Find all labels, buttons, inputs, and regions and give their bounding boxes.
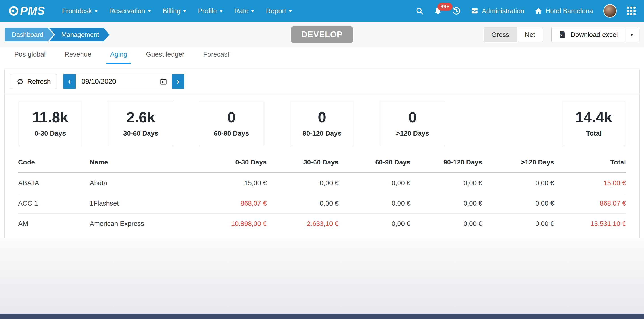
nav-menu-reservation[interactable]: Reservation xyxy=(104,0,157,22)
cell-amount: 0,00 € xyxy=(410,214,482,234)
chevron-down-icon xyxy=(148,10,151,14)
date-input[interactable] xyxy=(76,74,172,89)
report-tabs: Pos globalRevenueAgingGuest ledgerForeca… xyxy=(0,47,644,64)
navbar-right: 99+ Administration Hotel Barcelona xyxy=(416,4,636,18)
hotel-link[interactable]: Hotel Barcelona xyxy=(535,7,593,15)
cell-amount: 0,00 € xyxy=(482,214,554,234)
panel-toolbar: Refresh ‹ › xyxy=(5,69,639,94)
column-header: 30-60 Days xyxy=(266,156,338,172)
download-options-button[interactable] xyxy=(624,27,639,42)
next-day-button[interactable]: › xyxy=(172,74,184,89)
cell-code: ABATA xyxy=(18,172,90,193)
cell-name: 1Flashset xyxy=(90,193,195,214)
column-header: Name xyxy=(90,156,195,172)
summary-card: 2.6k30-60 Days xyxy=(109,102,173,145)
tab-aging[interactable]: Aging xyxy=(106,50,131,64)
cell-amount: 0,00 € xyxy=(266,193,338,214)
search-icon[interactable] xyxy=(416,7,424,15)
home-icon xyxy=(535,7,542,15)
cell-code: AM xyxy=(18,214,90,234)
apps-grid-icon[interactable] xyxy=(627,7,636,15)
cell-name: Abata xyxy=(90,172,195,193)
nav-menu-frontdesk[interactable]: Frontdesk xyxy=(56,0,103,22)
cell-amount: 15,00 € xyxy=(195,172,266,193)
opms-logo-text: PMS xyxy=(20,4,45,17)
card-label: >120 Days xyxy=(396,130,429,137)
cell-amount: 0,00 € xyxy=(266,172,338,193)
cell-amount: 0,00 € xyxy=(410,193,482,214)
chevron-down-icon xyxy=(630,34,634,37)
chevron-down-icon xyxy=(289,10,292,14)
tab-guest-ledger[interactable]: Guest ledger xyxy=(142,50,188,64)
opms-logo[interactable]: PMS xyxy=(8,4,45,17)
column-header: Total xyxy=(554,156,626,172)
column-header: Code xyxy=(18,156,90,172)
summary-card: 11.8k0-30 Days xyxy=(18,102,82,145)
cell-amount: 0,00 € xyxy=(338,172,410,193)
nav-menu-profile[interactable]: Profile xyxy=(192,0,228,22)
nav-menu-label: Reservation xyxy=(109,7,145,15)
card-value: 0 xyxy=(408,110,417,125)
cell-amount: 0,00 € xyxy=(338,193,410,214)
nav-menu-rate[interactable]: Rate xyxy=(228,0,260,22)
tab-revenue[interactable]: Revenue xyxy=(61,50,95,64)
aging-table: CodeName0-30 Days30-60 Days60-90 Days90-… xyxy=(18,156,626,234)
chevron-down-icon xyxy=(251,10,254,14)
download-excel-group: x Download excel xyxy=(552,27,639,42)
hotel-label: Hotel Barcelona xyxy=(546,7,593,15)
date-picker-group: ‹ › xyxy=(63,74,184,89)
refresh-button[interactable]: Refresh xyxy=(10,74,57,89)
breadcrumb-dashboard[interactable]: Dashboard xyxy=(5,28,54,41)
refresh-label: Refresh xyxy=(27,78,51,85)
tab-forecast[interactable]: Forecast xyxy=(200,50,233,64)
net-button[interactable]: Net xyxy=(517,27,543,42)
top-navbar: PMS FrontdeskReservationBillingProfileRa… xyxy=(0,0,644,22)
gross-button[interactable]: Gross xyxy=(484,27,517,42)
card-label: Total xyxy=(586,130,602,137)
cell-amount: 13.531,10 € xyxy=(554,214,626,234)
breadcrumb-bar: Dashboard Management DEVELOP Gross Net x… xyxy=(0,22,644,47)
cell-amount: 0,00 € xyxy=(482,193,554,214)
environment-badge: DEVELOP xyxy=(291,26,353,43)
navbar-menus: FrontdeskReservationBillingProfileRateRe… xyxy=(56,0,298,22)
cell-code: ACC 1 xyxy=(18,193,90,214)
chevron-down-icon xyxy=(183,10,186,14)
chevron-down-icon xyxy=(220,10,223,14)
download-excel-label: Download excel xyxy=(570,31,618,38)
nav-menu-report[interactable]: Report xyxy=(260,0,298,22)
card-value: 11.8k xyxy=(32,110,68,125)
cell-amount: 15,00 € xyxy=(554,172,626,193)
calendar-icon[interactable] xyxy=(160,78,167,85)
summary-cards: 11.8k0-30 Days2.6k30-60 Days060-90 Days0… xyxy=(18,102,626,145)
card-value: 2.6k xyxy=(126,110,155,125)
administration-icon xyxy=(471,7,478,15)
breadcrumb-management[interactable]: Management xyxy=(49,28,109,41)
notifications-bell-icon[interactable]: 99+ xyxy=(434,7,442,15)
column-header: >120 Days xyxy=(482,156,554,172)
nav-menu-label: Report xyxy=(266,7,286,15)
nav-menu-label: Frontdesk xyxy=(62,7,92,15)
cell-amount: 2.633,10 € xyxy=(266,214,338,234)
card-label: 30-60 Days xyxy=(123,130,158,137)
summary-card: 060-90 Days xyxy=(199,102,264,145)
cell-amount: 10.898,00 € xyxy=(195,214,266,234)
table-body: ABATAAbata15,00 €0,00 €0,00 €0,00 €0,00 … xyxy=(18,172,626,234)
user-avatar[interactable] xyxy=(603,4,617,18)
card-value: 0 xyxy=(318,110,326,125)
refresh-icon xyxy=(16,78,24,85)
card-value: 14.4k xyxy=(575,110,612,125)
previous-day-button[interactable]: ‹ xyxy=(63,74,76,89)
card-label: 90-120 Days xyxy=(302,130,341,137)
download-excel-button[interactable]: x Download excel xyxy=(552,27,624,42)
summary-card-total: 14.4kTotal xyxy=(562,102,626,145)
excel-file-icon: x xyxy=(558,31,566,39)
history-icon[interactable] xyxy=(452,7,461,15)
nav-menu-label: Profile xyxy=(198,7,217,15)
header-controls: Gross Net x Download excel xyxy=(484,27,639,42)
nav-menu-billing[interactable]: Billing xyxy=(157,0,192,22)
aging-panel: Refresh ‹ › 11.8k0-30 Days2.6k30-60 Days… xyxy=(4,69,640,238)
summary-card: 090-120 Days xyxy=(290,102,354,145)
tab-pos-global[interactable]: Pos global xyxy=(11,50,49,64)
administration-link[interactable]: Administration xyxy=(471,7,524,15)
opms-logo-icon xyxy=(8,6,19,16)
